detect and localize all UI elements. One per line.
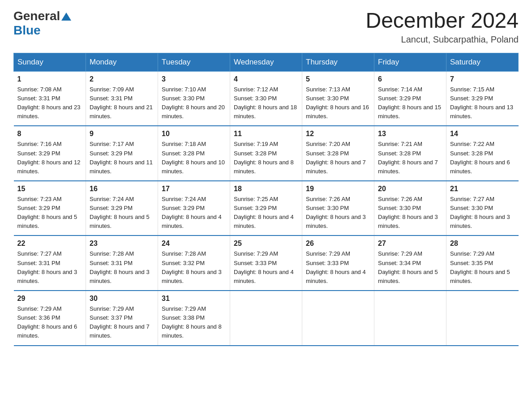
day-info: Sunrise: 7:18 AMSunset: 3:28 PMDaylight:… (162, 140, 226, 176)
day-info: Sunrise: 7:17 AMSunset: 3:29 PMDaylight:… (90, 140, 154, 176)
day-cell: 27Sunrise: 7:29 AMSunset: 3:34 PMDayligh… (374, 235, 446, 291)
day-info: Sunrise: 7:21 AMSunset: 3:28 PMDaylight:… (378, 140, 442, 176)
day-cell: 29Sunrise: 7:29 AMSunset: 3:36 PMDayligh… (14, 291, 86, 346)
day-info: Sunrise: 7:29 AMSunset: 3:37 PMDaylight:… (90, 304, 154, 341)
day-number: 31 (162, 295, 226, 303)
week-row-4: 22Sunrise: 7:27 AMSunset: 3:31 PMDayligh… (14, 235, 519, 291)
day-cell: 3Sunrise: 7:10 AMSunset: 3:30 PMDaylight… (158, 71, 230, 126)
day-info: Sunrise: 7:29 AMSunset: 3:33 PMDaylight:… (234, 249, 298, 286)
day-cell: 14Sunrise: 7:22 AMSunset: 3:28 PMDayligh… (446, 126, 519, 181)
day-cell: 23Sunrise: 7:28 AMSunset: 3:31 PMDayligh… (86, 235, 158, 291)
day-cell: 15Sunrise: 7:23 AMSunset: 3:29 PMDayligh… (14, 181, 86, 236)
week-row-1: 1Sunrise: 7:08 AMSunset: 3:31 PMDaylight… (14, 71, 519, 126)
col-header-friday: Friday (374, 53, 446, 71)
day-cell: 5Sunrise: 7:13 AMSunset: 3:30 PMDaylight… (302, 71, 374, 126)
day-info: Sunrise: 7:22 AMSunset: 3:28 PMDaylight:… (450, 140, 515, 176)
day-info: Sunrise: 7:14 AMSunset: 3:29 PMDaylight:… (378, 85, 442, 121)
title-section: December 2024 Lancut, Subcarpathia, Pola… (365, 9, 519, 45)
day-cell: 7Sunrise: 7:15 AMSunset: 3:29 PMDaylight… (446, 71, 519, 126)
day-info: Sunrise: 7:29 AMSunset: 3:34 PMDaylight:… (378, 249, 442, 286)
day-number: 15 (17, 185, 82, 193)
day-info: Sunrise: 7:28 AMSunset: 3:31 PMDaylight:… (90, 249, 154, 286)
day-number: 24 (162, 240, 226, 248)
day-number: 6 (378, 75, 442, 83)
day-info: Sunrise: 7:27 AMSunset: 3:31 PMDaylight:… (17, 249, 82, 286)
day-cell: 18Sunrise: 7:25 AMSunset: 3:29 PMDayligh… (230, 181, 302, 236)
day-number: 10 (162, 130, 226, 138)
day-number: 4 (234, 75, 298, 83)
day-cell: 4Sunrise: 7:12 AMSunset: 3:30 PMDaylight… (230, 71, 302, 126)
day-cell: 12Sunrise: 7:20 AMSunset: 3:28 PMDayligh… (302, 126, 374, 181)
day-number: 30 (90, 295, 154, 303)
day-cell: 24Sunrise: 7:28 AMSunset: 3:32 PMDayligh… (158, 235, 230, 291)
day-cell: 20Sunrise: 7:26 AMSunset: 3:30 PMDayligh… (374, 181, 446, 236)
day-cell: 1Sunrise: 7:08 AMSunset: 3:31 PMDaylight… (14, 71, 86, 126)
day-number: 13 (378, 130, 442, 138)
calendar-table: SundayMondayTuesdayWednesdayThursdayFrid… (13, 53, 519, 346)
col-header-sunday: Sunday (14, 53, 86, 71)
day-number: 3 (162, 75, 226, 83)
day-number: 27 (378, 240, 442, 248)
day-number: 28 (450, 240, 515, 248)
day-number: 29 (17, 295, 82, 303)
day-info: Sunrise: 7:24 AMSunset: 3:29 PMDaylight:… (90, 195, 154, 231)
day-cell: 2Sunrise: 7:09 AMSunset: 3:31 PMDaylight… (86, 71, 158, 126)
day-cell: 28Sunrise: 7:29 AMSunset: 3:35 PMDayligh… (446, 235, 519, 291)
page-header: General Blue December 2024 Lancut, Subca… (13, 9, 519, 45)
day-info: Sunrise: 7:08 AMSunset: 3:31 PMDaylight:… (17, 85, 82, 121)
day-cell: 26Sunrise: 7:29 AMSunset: 3:33 PMDayligh… (302, 235, 374, 291)
day-info: Sunrise: 7:29 AMSunset: 3:35 PMDaylight:… (450, 249, 515, 286)
week-row-5: 29Sunrise: 7:29 AMSunset: 3:36 PMDayligh… (14, 291, 519, 346)
day-info: Sunrise: 7:29 AMSunset: 3:38 PMDaylight:… (162, 304, 226, 341)
day-number: 17 (162, 185, 226, 193)
day-cell: 9Sunrise: 7:17 AMSunset: 3:29 PMDaylight… (86, 126, 158, 181)
day-cell: 8Sunrise: 7:16 AMSunset: 3:29 PMDaylight… (14, 126, 86, 181)
day-info: Sunrise: 7:20 AMSunset: 3:28 PMDaylight:… (306, 140, 370, 176)
day-cell (446, 291, 519, 346)
day-cell: 13Sunrise: 7:21 AMSunset: 3:28 PMDayligh… (374, 126, 446, 181)
day-info: Sunrise: 7:26 AMSunset: 3:30 PMDaylight:… (306, 195, 370, 231)
day-info: Sunrise: 7:16 AMSunset: 3:29 PMDaylight:… (17, 140, 82, 176)
day-info: Sunrise: 7:23 AMSunset: 3:29 PMDaylight:… (17, 195, 82, 231)
col-header-saturday: Saturday (446, 53, 519, 71)
day-cell: 10Sunrise: 7:18 AMSunset: 3:28 PMDayligh… (158, 126, 230, 181)
day-info: Sunrise: 7:29 AMSunset: 3:33 PMDaylight:… (306, 249, 370, 286)
day-number: 12 (306, 130, 370, 138)
col-header-monday: Monday (86, 53, 158, 71)
day-cell: 25Sunrise: 7:29 AMSunset: 3:33 PMDayligh… (230, 235, 302, 291)
day-cell: 31Sunrise: 7:29 AMSunset: 3:38 PMDayligh… (158, 291, 230, 346)
day-number: 19 (306, 185, 370, 193)
day-cell: 17Sunrise: 7:24 AMSunset: 3:29 PMDayligh… (158, 181, 230, 236)
day-number: 21 (450, 185, 515, 193)
day-info: Sunrise: 7:12 AMSunset: 3:30 PMDaylight:… (234, 85, 298, 121)
day-info: Sunrise: 7:28 AMSunset: 3:32 PMDaylight:… (162, 249, 226, 286)
day-number: 1 (17, 75, 82, 83)
day-number: 9 (90, 130, 154, 138)
day-cell (374, 291, 446, 346)
day-cell (230, 291, 302, 346)
day-number: 2 (90, 75, 154, 83)
day-info: Sunrise: 7:25 AMSunset: 3:29 PMDaylight:… (234, 195, 298, 231)
day-info: Sunrise: 7:13 AMSunset: 3:30 PMDaylight:… (306, 85, 370, 121)
day-number: 20 (378, 185, 442, 193)
day-cell: 19Sunrise: 7:26 AMSunset: 3:30 PMDayligh… (302, 181, 374, 236)
day-cell: 21Sunrise: 7:27 AMSunset: 3:30 PMDayligh… (446, 181, 519, 236)
day-number: 16 (90, 185, 154, 193)
day-number: 26 (306, 240, 370, 248)
week-row-3: 15Sunrise: 7:23 AMSunset: 3:29 PMDayligh… (14, 181, 519, 236)
day-cell: 11Sunrise: 7:19 AMSunset: 3:28 PMDayligh… (230, 126, 302, 181)
day-number: 11 (234, 130, 298, 138)
logo-general-text: General (13, 9, 60, 23)
month-title: December 2024 (365, 9, 519, 33)
day-info: Sunrise: 7:10 AMSunset: 3:30 PMDaylight:… (162, 85, 226, 121)
day-number: 23 (90, 240, 154, 248)
day-number: 25 (234, 240, 298, 248)
day-cell: 16Sunrise: 7:24 AMSunset: 3:29 PMDayligh… (86, 181, 158, 236)
day-number: 7 (450, 75, 515, 83)
day-info: Sunrise: 7:29 AMSunset: 3:36 PMDaylight:… (17, 304, 82, 341)
calendar-header-row: SundayMondayTuesdayWednesdayThursdayFrid… (14, 53, 519, 71)
day-info: Sunrise: 7:09 AMSunset: 3:31 PMDaylight:… (90, 85, 154, 121)
day-number: 5 (306, 75, 370, 83)
day-cell: 6Sunrise: 7:14 AMSunset: 3:29 PMDaylight… (374, 71, 446, 126)
day-cell (302, 291, 374, 346)
